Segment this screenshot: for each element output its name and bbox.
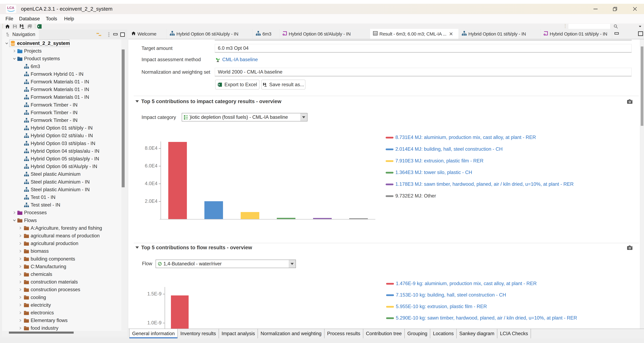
- impact-category-combo[interactable]: )iotic depletion (fossil fuels) - CML-IA…: [182, 113, 308, 121]
- tree-item-building-components[interactable]: building components: [2, 255, 124, 263]
- result-tab-contribution-tree[interactable]: Contribution tree: [363, 329, 405, 338]
- link-with-editor-icon[interactable]: [96, 32, 102, 37]
- tree-item-formwork-materials-01-in[interactable]: Formwork Materials 01 - IN: [2, 93, 124, 101]
- chevron-right-icon[interactable]: [18, 226, 23, 230]
- tree-item-flows[interactable]: Flows: [2, 217, 124, 224]
- chevron-right-icon[interactable]: [12, 210, 17, 215]
- tree-item-hybrid-option-03-st-ti-plas-in[interactable]: Hybrid Option 03 st/ti/plas - IN: [2, 140, 124, 147]
- chevron-right-icon[interactable]: [18, 280, 23, 284]
- navigation-vertical-scrollbar-thumb[interactable]: [122, 50, 125, 187]
- tree-item-c-manufacturing[interactable]: C:Manufacturing: [2, 263, 124, 270]
- chevron-down-icon[interactable]: [4, 41, 9, 46]
- tree-item-steel-plastic-aluminium-in[interactable]: Steel plastic Aluminium - IN: [2, 186, 124, 193]
- impact-method-link[interactable]: CML-IA baseline: [222, 57, 258, 63]
- editor-vertical-scrollbar[interactable]: [640, 39, 644, 328]
- chevron-right-icon[interactable]: [18, 272, 23, 277]
- editor-minimize-icon[interactable]: [614, 31, 620, 37]
- tree-item-ecoinvent-2-2-system[interactable]: ecoinvent_2_2_system: [2, 40, 124, 47]
- save-all-icon[interactable]: [27, 24, 32, 29]
- tree-item-hybrid-option-04-st-plas-alu-in[interactable]: Hybrid Option 04 st/plas/alu - IN: [2, 147, 124, 155]
- chevron-right-icon[interactable]: [18, 256, 23, 261]
- excel-export-icon[interactable]: [37, 24, 42, 29]
- window-close-button[interactable]: [628, 4, 642, 14]
- tree-item-projects[interactable]: Projects: [2, 47, 124, 55]
- menu-tools[interactable]: Tools: [46, 14, 57, 24]
- tree-item-processes[interactable]: Processes: [2, 209, 124, 216]
- result-tab-process-results[interactable]: Process results: [324, 329, 363, 338]
- minimize-view-icon[interactable]: [112, 32, 118, 38]
- chevron-right-icon[interactable]: [18, 326, 23, 330]
- save-image-icon-2[interactable]: [627, 245, 633, 250]
- chevron-right-icon[interactable]: [18, 249, 23, 253]
- tree-item-formwork-materials-01-in[interactable]: Formwork Materials 01 - IN: [2, 86, 124, 93]
- target-amount-field[interactable]: 6.0 m3 Opt 04: [215, 44, 632, 53]
- save-as-icon[interactable]: [20, 24, 25, 29]
- result-tab-grouping[interactable]: Grouping: [405, 329, 430, 338]
- window-minimize-button[interactable]: [588, 4, 603, 14]
- tree-item-elementary-flows[interactable]: Elementary flows: [2, 316, 124, 324]
- tree-item-formwork-timber-in[interactable]: Formwork Timber - IN: [2, 109, 124, 116]
- navigation-view-tab[interactable]: Navigation: [2, 30, 39, 39]
- editor-tab-1[interactable]: Welcome: [128, 29, 167, 39]
- search-icon[interactable]: [613, 24, 618, 29]
- editor-tab-5[interactable]: Result - 6m3; 6.00 m3; CML-IA ...✕: [370, 29, 459, 39]
- view-menu-icon[interactable]: [106, 32, 112, 38]
- chevron-right-icon[interactable]: [12, 49, 17, 53]
- search-input[interactable]: [568, 24, 610, 29]
- tree-item-chemicals[interactable]: chemicals: [2, 270, 124, 278]
- menu-help[interactable]: Help: [64, 14, 74, 24]
- tree-item-hybrid-option-05-st-plas-ply-in[interactable]: Hybrid Option 05 st/plas/ply - IN: [2, 155, 124, 163]
- navigation-vertical-scrollbar[interactable]: [121, 39, 127, 331]
- chevron-right-icon[interactable]: [18, 318, 23, 323]
- home-icon[interactable]: [5, 24, 10, 29]
- editor-tab-3[interactable]: 6m3: [253, 29, 279, 39]
- navigation-horizontal-scrollbar[interactable]: [2, 331, 127, 336]
- chevron-right-icon[interactable]: [18, 287, 23, 292]
- save-icon[interactable]: [12, 24, 18, 29]
- tree-item-product-systems[interactable]: Product systems: [2, 55, 124, 63]
- result-tab-general-information[interactable]: General information: [129, 328, 178, 338]
- chevron-right-icon[interactable]: [18, 295, 23, 300]
- tree-item-agricultural-production[interactable]: agricultural production: [2, 240, 124, 247]
- tree-item-test-steel-in[interactable]: Test steel - IN: [2, 201, 124, 209]
- tree-item-biomass[interactable]: biomass: [2, 247, 124, 255]
- menu-database[interactable]: Database: [19, 14, 40, 24]
- close-tab-icon[interactable]: ✕: [449, 31, 453, 37]
- search-options-caret-icon[interactable]: [638, 24, 643, 29]
- result-tab-sankey-diagram[interactable]: Sankey diagram: [457, 329, 497, 338]
- menu-file[interactable]: File: [6, 14, 13, 24]
- editor-maximize-icon[interactable]: [638, 31, 644, 37]
- result-tab-locations[interactable]: Locations: [430, 329, 457, 338]
- chevron-right-icon[interactable]: [18, 233, 23, 238]
- tree-item-construction-materials[interactable]: construction materials: [2, 278, 124, 286]
- tree-item-steel-plastic-aluminium[interactable]: Steel plastic Aluminium: [2, 170, 124, 178]
- export-to-excel-button[interactable]: Export to Excel: [215, 80, 260, 90]
- tree-item-construction-processes[interactable]: construction processes: [2, 286, 124, 293]
- navigation-horizontal-scrollbar-thumb[interactable]: [9, 331, 74, 333]
- tree-item-hybrid-option-01-st-ti-ply-in[interactable]: Hybrid Option 01 st/ti/ply - IN: [2, 124, 124, 132]
- chevron-down-icon[interactable]: [12, 218, 17, 223]
- tree-item-hybrid-option-06-st-alu-ply-in[interactable]: Hybrid Option 06 st/Alu/ply - IN: [2, 163, 124, 170]
- section-collapse-icon[interactable]: [136, 100, 139, 103]
- chevron-right-icon[interactable]: [18, 241, 23, 246]
- tree-item-formwork-timber-in[interactable]: Formwork Timber - IN: [2, 116, 124, 124]
- tree-item-agricultural-means-of-production[interactable]: agricultural means of production: [2, 232, 124, 240]
- save-result-as-button[interactable]: Save result as...: [261, 80, 306, 90]
- tree-item-food-industry[interactable]: food industry: [2, 324, 124, 331]
- tree-item-formwork-materials-01-in[interactable]: Formwork Materials 01 - IN: [2, 78, 124, 86]
- chevron-right-icon[interactable]: [18, 303, 23, 307]
- tree-item-steel-plastic-aluminium-in[interactable]: Steel plastic Aluminium - IN: [2, 178, 124, 186]
- editor-tab-7[interactable]: Hybrid Option 01 st/ti/ply - IN: [540, 29, 612, 39]
- tree-item-6m3[interactable]: 6m3: [2, 63, 124, 70]
- editor-vertical-scrollbar-thumb[interactable]: [641, 47, 643, 126]
- result-tab-inventory-results[interactable]: Inventory results: [178, 329, 219, 338]
- impact-category-dropdown-icon[interactable]: [300, 113, 307, 121]
- section-collapse-icon-2[interactable]: [136, 246, 139, 249]
- tree-item-electricity[interactable]: electricity: [2, 301, 124, 309]
- flow-combo[interactable]: 1,4-Butanediol - water/river: [156, 260, 296, 268]
- editor-tab-2[interactable]: Hybrid Option 06 st/Alu/ply - IN: [167, 29, 253, 39]
- chevron-right-icon[interactable]: [18, 264, 23, 269]
- tree-item-electronics[interactable]: electronics: [2, 309, 124, 316]
- chevron-right-icon[interactable]: [18, 310, 23, 315]
- save-image-icon[interactable]: [627, 99, 633, 104]
